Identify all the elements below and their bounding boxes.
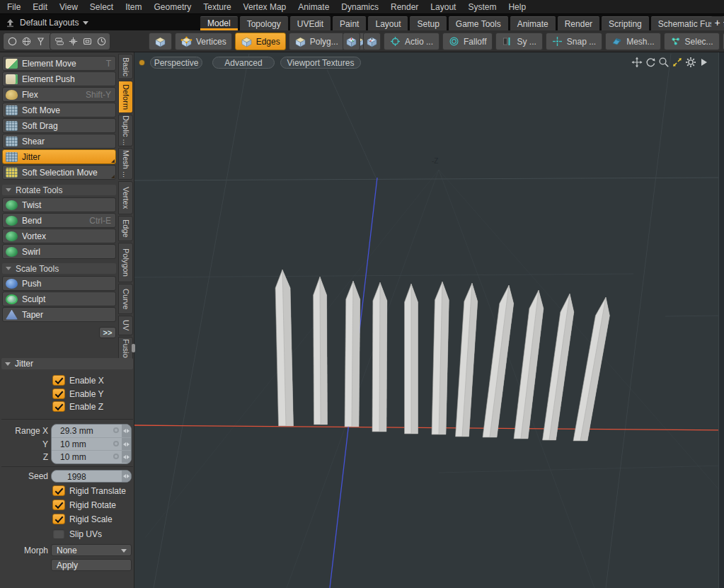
layout-preset-dropdown[interactable]: Default Layouts [20,18,88,28]
pan-icon[interactable] [631,57,643,68]
layout-tab-model[interactable]: Model [200,16,238,30]
layers-icon[interactable] [52,35,65,48]
maximize-icon[interactable] [672,57,683,68]
shading-mode-button[interactable]: Advanced [212,57,275,69]
tool-twist[interactable]: Twist [2,197,116,212]
tool-taper[interactable]: Taper [2,307,116,322]
tool-bend[interactable]: BendCtrl-E [2,213,116,228]
enable-z-checkbox[interactable] [52,401,65,412]
enable-y-checkbox[interactable] [52,388,65,399]
snapping-button[interactable]: Snap ... [546,33,602,50]
tool-softmove[interactable]: Soft Move [2,103,116,117]
falloff-button[interactable]: Falloff [442,33,493,50]
apply-button[interactable]: Apply [51,559,132,571]
fence-picket[interactable] [314,277,328,425]
pin-layout-icon[interactable] [6,18,15,30]
menu-help[interactable]: Help [505,2,529,12]
seed-field[interactable]: 1998 [51,470,132,483]
fence-picket[interactable] [345,281,360,427]
side-tab-curve[interactable]: Curve [118,284,133,314]
tool-softselectionmove[interactable]: Soft Selection Move [2,165,116,180]
side-tab-duplic[interactable]: Duplic ... [118,115,133,146]
mini-slider-icon[interactable] [122,471,131,482]
tool-jitter[interactable]: Jitter [2,149,116,164]
menu-system[interactable]: System [465,2,499,12]
menu-file[interactable]: File [4,2,23,12]
mesh-constraint-button[interactable]: Mesh... [605,33,660,50]
clock-icon[interactable] [95,35,108,48]
menu-layout[interactable]: Layout [427,2,459,12]
mini-slider-icon[interactable] [122,451,131,463]
fence-picket[interactable] [275,270,293,426]
layout-tab-gametools[interactable]: Game Tools [449,16,508,30]
rigid-translate-checkbox[interactable] [52,485,65,496]
side-tab-basic[interactable]: Basic [118,54,133,79]
mini-slider-icon[interactable] [122,438,131,450]
tool-elementpush[interactable]: Element Push [2,71,116,86]
items-mode-button[interactable] [149,33,172,50]
menu-render[interactable]: Render [388,2,421,12]
range-x-field[interactable]: 29.3 mm [52,425,131,437]
tool-softdrag[interactable]: Soft Drag [2,118,116,133]
layout-tab-uvedit[interactable]: UVEdit [290,16,331,30]
menu-edit[interactable]: Edit [30,2,50,12]
tool-swirl[interactable]: Swirl [2,244,116,259]
collapsed-right-panel[interactable] [718,52,724,588]
menu-texture[interactable]: Texture [200,2,234,12]
scale-tools-header[interactable]: Scale Tools [2,263,116,274]
side-tab-vertex[interactable]: Vertex [118,181,133,214]
layout-tab-setup[interactable]: Setup [410,16,446,30]
side-tab-uv[interactable]: UV [118,316,133,335]
layout-tab-paint[interactable]: Paint [333,16,366,30]
select-through-button[interactable]: Selec... [664,33,720,50]
pin-drop-icon[interactable] [34,35,47,48]
edges-mode-button[interactable]: Edges [235,33,286,50]
expand-palette-button[interactable]: >> [99,327,116,338]
layout-tab-render[interactable]: Render [558,16,599,30]
action-center-button[interactable]: Actio ... [384,33,439,50]
properties-header[interactable]: Jitter [1,358,133,369]
menu-item[interactable]: Item [122,2,144,12]
tool-push[interactable]: Push [2,276,116,291]
menu-select[interactable]: Select [87,2,116,12]
menu-view[interactable]: View [57,2,81,12]
gear-icon[interactable] [685,57,696,68]
polygons-mode-button[interactable]: Polyg... [289,33,344,50]
layout-tab-scripting[interactable]: Scripting [602,16,649,30]
tool-flex[interactable]: FlexShift-Y [2,87,116,102]
expand-panel-icon[interactable] [699,57,710,68]
zoom-icon[interactable] [658,57,670,68]
reset-circle-icon[interactable] [113,441,119,446]
enable-x-checkbox[interactable] [52,375,65,386]
sphere-projection-icon[interactable] [20,35,33,48]
fence-picket[interactable] [432,282,449,434]
layout-tab-layout[interactable]: Layout [368,16,408,30]
orbit-icon[interactable] [645,57,656,68]
side-tab-mesh[interactable]: Mesh ... [118,148,133,180]
menu-vertexmap[interactable]: Vertex Map [241,2,289,12]
fence-picket[interactable] [514,290,544,439]
fence-picket[interactable] [573,297,609,441]
slip-uvs-checkbox[interactable] [52,529,65,539]
side-tab-edge[interactable]: Edge [118,216,133,241]
layout-tab-topology[interactable]: Topology [240,16,288,30]
fence-picket[interactable] [456,283,478,437]
box-select-icon[interactable] [81,35,93,48]
scene-geometry[interactable] [134,52,724,588]
workplane-align-button[interactable] [363,33,381,50]
range-z-field[interactable]: 10 mm [52,450,131,463]
viewport-textures-button[interactable]: Viewport Textures [280,57,361,69]
fence-picket[interactable] [405,284,418,434]
fence-picket[interactable] [483,285,514,437]
panel-splitter-handle[interactable] [132,344,135,352]
tool-sculpt[interactable]: Sculpt [2,292,116,306]
menu-animate[interactable]: Animate [295,2,332,12]
mini-slider-icon[interactable] [122,425,131,437]
vertices-mode-button[interactable]: Vertices [175,33,232,50]
menu-dynamics[interactable]: Dynamics [338,2,381,12]
3d-viewport[interactable]: -Z Perspective Advanced Viewport Texture… [134,52,724,588]
viewport-rotation-dot[interactable] [139,60,144,65]
side-tab-deform[interactable]: Deform [118,81,133,113]
rigid-scale-checkbox[interactable] [52,514,65,524]
lattice-icon[interactable] [67,35,79,48]
